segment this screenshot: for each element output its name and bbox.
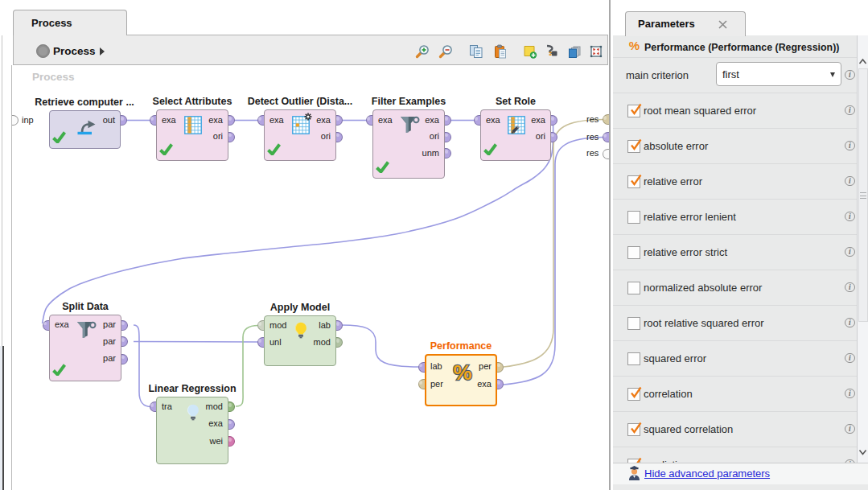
svg-text:%: % (629, 39, 640, 51)
svg-text:%: % (453, 361, 471, 384)
